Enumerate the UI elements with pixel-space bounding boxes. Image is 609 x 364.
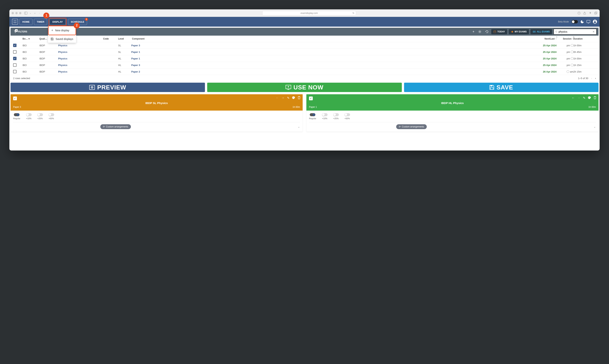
search-input[interactable] (558, 30, 591, 33)
beta-toggle[interactable] (571, 20, 578, 24)
sidebar-icon[interactable] (24, 12, 27, 15)
toggle-switch[interactable] (333, 113, 339, 116)
toggle-switch[interactable] (310, 113, 315, 116)
cell-subject: Physics (58, 51, 103, 53)
custom-arrangements-button[interactable]: ⟳ Custom arrangements (396, 124, 427, 129)
table-row[interactable]: IBO IBDP Physics HL Paper 3 25 Apr 2024 … (11, 62, 598, 68)
share-icon[interactable] (583, 12, 586, 15)
card-checkbox[interactable] (309, 97, 313, 100)
cell-board: IBO (23, 64, 39, 66)
table-row[interactable]: IBO IBDP Physics HL Paper 2 26 Apr 2024 … (11, 68, 598, 75)
th-board[interactable]: Bo… ▾ (23, 38, 39, 40)
filters-button[interactable]: 2 FILTERS (12, 30, 29, 34)
toggle-label: +50% (344, 117, 350, 120)
toggle-plus25pct[interactable]: +25% (333, 113, 339, 120)
chevron-down-icon[interactable]: ⌄ (594, 125, 596, 128)
app-logo[interactable] (12, 19, 18, 25)
row-checkbox[interactable] (13, 63, 16, 67)
nav-timer[interactable]: TIMER (34, 19, 47, 25)
th-code[interactable]: Code (103, 38, 118, 40)
row-checkbox[interactable] (13, 44, 16, 47)
toggle-switch[interactable] (14, 113, 19, 116)
plus-icon[interactable]: + (589, 12, 592, 15)
custom-arrangements-button[interactable]: ⟳ Custom arrangements (100, 124, 131, 129)
cell-subject: Physics (58, 57, 103, 60)
arrow-right-icon[interactable]: → (577, 96, 580, 100)
dropdown-new-display[interactable]: 2 + New display (48, 26, 76, 35)
traffic-min[interactable] (15, 12, 18, 14)
traffic-max[interactable] (19, 12, 21, 14)
chevron-down-small-icon[interactable]: ⌄ (29, 12, 32, 15)
chip-today[interactable]: TODAY (491, 29, 507, 34)
cell-board: IBO (23, 57, 39, 60)
table-row[interactable]: IBO IBDP Physics HL Paper 1 25 Apr 2024 … (11, 55, 598, 62)
toggle-Regular[interactable]: Regular (13, 113, 20, 120)
prev-page-icon[interactable]: ‹ (591, 77, 592, 80)
toggle-Regular[interactable]: Regular (309, 113, 316, 120)
traffic-close[interactable] (12, 12, 14, 14)
clear-icon[interactable]: ✕ (593, 30, 595, 33)
exams-table: Bo… ▾ Quali… ▾ Code Level Component Next… (11, 36, 598, 81)
forward-icon[interactable]: › (38, 12, 41, 15)
download-icon[interactable] (578, 12, 581, 15)
tabs-icon[interactable] (594, 12, 597, 15)
add-icon[interactable]: + (471, 29, 476, 35)
toggle-plus25pct[interactable]: +25% (37, 113, 43, 120)
nav-display[interactable]: DISPLAY (50, 19, 66, 25)
search-box[interactable]: ✕ (554, 29, 597, 35)
display-icon[interactable] (586, 20, 590, 24)
user-icon[interactable] (593, 20, 597, 24)
dropdown-label: Saved displays (55, 38, 73, 40)
cell-date: 25 Apr 2024 (534, 57, 556, 60)
use-now-button[interactable]: USE NOW (207, 83, 402, 92)
gear-icon[interactable] (477, 29, 483, 34)
trash-icon[interactable] (594, 96, 596, 100)
th-nextlast[interactable]: Next/Last ↑1 (534, 38, 556, 40)
dropdown-saved-displays[interactable]: Saved displays (48, 35, 76, 43)
th-level[interactable]: Level (118, 38, 131, 40)
table-footer: 2 rows selected 1–5 of 30 ‹ › (11, 75, 598, 81)
th-session[interactable]: Session ↑2 (556, 38, 573, 40)
toggle-switch[interactable] (37, 113, 43, 116)
palette-icon[interactable] (588, 96, 591, 100)
toggle-switch[interactable] (49, 113, 54, 116)
th-component[interactable]: Component (132, 38, 174, 40)
toggle-plus50pct[interactable]: +50% (344, 113, 350, 120)
row-checkbox[interactable] (13, 70, 16, 73)
arrow-left-icon[interactable]: ← (276, 96, 279, 100)
edit-icon[interactable]: ✎ (287, 96, 290, 100)
palette-icon[interactable] (292, 96, 295, 100)
add-time-icon: ⟳ (103, 125, 105, 128)
th-duration[interactable]: Duration (573, 38, 596, 40)
toggle-plus10pct[interactable]: +10% (322, 113, 328, 120)
back-icon[interactable]: ‹ (33, 12, 36, 15)
toggle-plus50pct[interactable]: +50% (49, 113, 54, 120)
url-bar[interactable]: examdisplay.com ↻ (262, 11, 356, 15)
moon-icon[interactable] (581, 20, 584, 24)
edit-icon[interactable]: ✎ (583, 96, 585, 100)
nav-home[interactable]: HOME (19, 19, 32, 25)
chip-allexams[interactable]: ALL EXAMS (530, 29, 552, 34)
toggle-switch[interactable] (26, 113, 32, 116)
toggle-plus10pct[interactable]: +10% (26, 113, 32, 120)
cell-session: pm (556, 51, 573, 53)
trash-icon[interactable] (298, 96, 300, 100)
row-checkbox[interactable] (13, 57, 16, 60)
svg-point-32 (589, 98, 589, 98)
chip-myexams[interactable]: MY EXAMS (509, 29, 529, 34)
arrow-right-icon[interactable]: → (281, 96, 284, 100)
reset-icon[interactable] (484, 29, 490, 34)
save-button[interactable]: SAVE (404, 83, 598, 92)
arrow-left-icon[interactable]: ← (572, 96, 575, 100)
toggle-switch[interactable] (344, 113, 350, 116)
table-row[interactable]: IBO IBDP Physics SL Paper 3 25 Apr 2024 … (11, 42, 598, 49)
toggle-switch[interactable] (322, 113, 328, 116)
card-checkbox[interactable] (13, 97, 17, 100)
refresh-icon[interactable]: ↻ (353, 12, 354, 14)
chevron-down-icon[interactable]: ⌄ (298, 125, 300, 128)
svg-rect-6 (587, 20, 590, 23)
preview-button[interactable]: PREVIEW (11, 83, 205, 92)
row-checkbox[interactable] (13, 50, 16, 54)
next-page-icon[interactable]: › (595, 77, 596, 80)
table-row[interactable]: IBO IBDP Physics SL Paper 1 25 Apr 2024 … (11, 49, 598, 55)
